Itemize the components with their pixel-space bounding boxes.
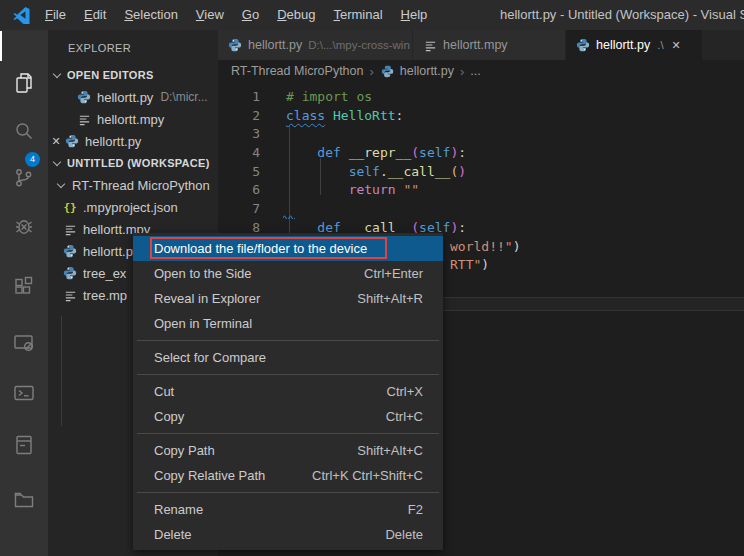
open-editor-item[interactable]: ✕ hellortt.py xyxy=(48,130,218,152)
context-menu: Download the file/floder to the device O… xyxy=(133,233,443,550)
debug-icon[interactable] xyxy=(12,215,36,239)
code-line: 5 self.__call__() xyxy=(218,163,744,182)
extensions-icon[interactable] xyxy=(12,275,36,299)
menu-help[interactable]: Help xyxy=(392,0,437,30)
menu-item-reveal-in-explorer[interactable]: Reveal in Explorer Shift+Alt+R xyxy=(133,286,443,311)
search-icon[interactable] xyxy=(12,119,36,143)
menu-go[interactable]: Go xyxy=(233,0,268,30)
tab-hellortt-py-1[interactable]: hellortt.py D:\...\mpy-cross-win xyxy=(218,30,413,60)
python-file-icon xyxy=(227,37,243,53)
menu-selection[interactable]: Selection xyxy=(115,0,186,30)
tree-item-mpyproject[interactable]: {} .mpyproject.json xyxy=(48,196,218,218)
code-fragment-line9: world!!") xyxy=(450,238,520,257)
menu-item-rename[interactable]: Rename F2 xyxy=(133,497,443,522)
workspace-header[interactable]: UNTITLED (WORKSPACE) xyxy=(48,152,218,174)
menu-separator xyxy=(137,374,439,375)
sidebar-title: EXPLORER xyxy=(48,30,218,64)
menu-item-copy-path[interactable]: Copy Path Shift+Alt+C xyxy=(133,438,443,463)
menu-terminal[interactable]: Terminal xyxy=(324,0,391,30)
terminal-icon[interactable] xyxy=(12,381,36,405)
window-title: hellortt.py - Untitled (Workspace) - Vis… xyxy=(500,0,744,30)
menu-item-copy-relative-path[interactable]: Copy Relative Path Ctrl+K Ctrl+Shift+C xyxy=(133,463,443,488)
code-line: 3 xyxy=(218,125,744,144)
squiggle-mark xyxy=(283,214,295,219)
code-fragment-line10: RTT") xyxy=(450,256,489,275)
python-file-icon xyxy=(76,89,92,105)
editor-tabs: hellortt.py D:\...\mpy-cross-win hellort… xyxy=(218,30,744,60)
code-line: 6 return "" xyxy=(218,181,744,200)
chevron-down-icon xyxy=(57,179,65,187)
tab-hellortt-py-active[interactable]: hellortt.py .\ ✕ xyxy=(566,30,703,60)
python-file-icon xyxy=(380,63,396,79)
menu-view[interactable]: View xyxy=(187,0,233,30)
code-line: 4 def __repr__(self): xyxy=(218,144,744,163)
menu-item-delete[interactable]: Delete Delete xyxy=(133,522,443,547)
menu-separator xyxy=(137,492,439,493)
breadcrumb-symbol[interactable]: ... xyxy=(470,64,480,78)
code-line: 1 # import os xyxy=(218,88,744,107)
menu-bar: File Edit Selection View Go Debug Termin… xyxy=(36,0,436,30)
code-lines: 1 # import os 2 class HelloRtt: 3 4 def … xyxy=(218,88,744,238)
open-editor-item[interactable]: hellortt.py D:\micr... xyxy=(48,86,218,108)
title-bar: File Edit Selection View Go Debug Termin… xyxy=(0,0,744,30)
output-icon[interactable] xyxy=(12,433,36,457)
chevron-down-icon xyxy=(53,157,61,165)
python-file-icon xyxy=(575,37,591,53)
vscode-logo-icon xyxy=(13,6,31,24)
mpy-file-icon xyxy=(62,221,78,237)
chevron-down-icon xyxy=(53,69,61,77)
folder-icon[interactable] xyxy=(12,488,36,512)
python-file-icon xyxy=(62,265,78,281)
menu-file[interactable]: File xyxy=(36,0,75,30)
menu-edit[interactable]: Edit xyxy=(75,0,115,30)
open-editors-header[interactable]: OPEN EDITORS xyxy=(48,64,218,86)
breadcrumb-folder[interactable]: RT-Thread MicroPython xyxy=(231,64,363,78)
source-control-icon[interactable] xyxy=(12,166,36,190)
annotation-highlight-box xyxy=(150,237,387,259)
tree-folder-rtthread[interactable]: RT-Thread MicroPython xyxy=(48,174,218,196)
code-line: 2 class HelloRtt: xyxy=(218,107,744,126)
python-file-icon xyxy=(62,243,78,259)
chevron-right-icon: › xyxy=(369,64,373,79)
menu-item-select-for-compare[interactable]: Select for Compare xyxy=(133,345,443,370)
python-file-icon xyxy=(64,133,80,149)
breadcrumb: RT-Thread MicroPython › hellortt.py › ..… xyxy=(218,60,744,82)
device-connect-icon[interactable] xyxy=(12,331,36,355)
menu-separator xyxy=(137,340,439,341)
chevron-right-icon: › xyxy=(460,64,464,79)
menu-item-copy[interactable]: Copy Ctrl+C xyxy=(133,404,443,429)
code-line: 7 xyxy=(218,200,744,219)
explorer-icon[interactable] xyxy=(12,71,36,95)
scm-pending-badge: 4 xyxy=(25,152,40,167)
mpy-file-icon xyxy=(422,37,438,53)
json-file-icon: {} xyxy=(62,199,78,215)
menu-item-cut[interactable]: Cut Ctrl+X xyxy=(133,379,443,404)
activity-bar: 4 xyxy=(0,30,48,556)
close-icon[interactable]: ✕ xyxy=(48,135,64,148)
active-view-indicator xyxy=(0,31,2,61)
mpy-file-icon xyxy=(62,287,78,303)
mpy-file-icon xyxy=(76,111,92,127)
open-editor-item[interactable]: hellortt.mpy xyxy=(48,108,218,130)
menu-item-open-to-side[interactable]: Open to the Side Ctrl+Enter xyxy=(133,261,443,286)
menu-item-open-in-terminal[interactable]: Open in Terminal xyxy=(133,311,443,336)
close-icon[interactable]: ✕ xyxy=(672,39,681,52)
tree-indent-guide xyxy=(61,316,62,426)
menu-separator xyxy=(137,433,439,434)
tab-hellortt-mpy[interactable]: hellortt.mpy xyxy=(413,30,566,60)
breadcrumb-file[interactable]: hellortt.py xyxy=(400,64,454,78)
menu-debug[interactable]: Debug xyxy=(268,0,324,30)
